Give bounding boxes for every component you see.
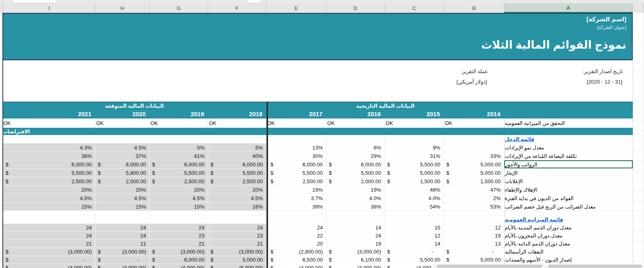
column-header-D[interactable]: D <box>326 3 385 13</box>
data-cell[interactable]: 54% <box>385 203 444 211</box>
data-cell[interactable]: $5,800.00 <box>95 169 150 177</box>
row-label[interactable]: معدل دوران الذمم الدائنة بالأيام <box>504 240 633 248</box>
data-cell[interactable]: 21 <box>3 240 95 248</box>
data-cell[interactable]: 4.0% <box>385 194 444 202</box>
column-header-A[interactable]: A <box>504 3 633 13</box>
data-cell[interactable]: $- <box>95 256 150 264</box>
balance-check-cell[interactable]: OK <box>266 119 326 128</box>
data-cell[interactable]: 24 <box>268 224 326 231</box>
section-link-text[interactable]: قائمة الميزانية العمومية <box>505 217 563 223</box>
row-label[interactable]: معدل الضرائب من الربح قبل خصم الضرائب <box>504 203 633 211</box>
data-cell[interactable]: $- <box>3 256 95 264</box>
data-cell[interactable]: $6,000.00 <box>95 160 150 168</box>
data-cell[interactable] <box>326 211 385 215</box>
data-cell[interactable]: 21 <box>208 240 266 248</box>
year-header-2021[interactable]: 2021 <box>2 109 95 119</box>
data-cell[interactable] <box>150 216 208 223</box>
row-label[interactable]: الفوائد من الديون في بداية الفترة <box>504 194 633 202</box>
data-cell[interactable]: 5% <box>208 143 266 151</box>
column-header-C[interactable]: C <box>385 3 444 13</box>
data-cell[interactable]: $6,000.00 <box>326 160 385 168</box>
data-cell[interactable] <box>444 143 504 151</box>
data-cell[interactable]: $(3,000.00) <box>326 248 385 256</box>
data-cell[interactable]: 38% <box>326 203 385 211</box>
year-header-2020[interactable]: 2020 <box>95 109 150 119</box>
data-cell[interactable]: 20% <box>3 186 95 194</box>
data-cell[interactable]: 36% <box>3 152 95 160</box>
data-cell[interactable] <box>326 216 385 223</box>
data-cell[interactable] <box>3 135 95 143</box>
data-cell[interactable] <box>385 135 444 143</box>
data-cell[interactable] <box>95 135 150 143</box>
data-cell[interactable]: 4.0% <box>326 194 385 202</box>
balance-check-cell[interactable]: OK <box>95 119 150 128</box>
year-header-2017[interactable]: 2017 <box>266 109 326 119</box>
data-cell[interactable]: 23 <box>208 232 266 239</box>
balance-check-cell[interactable]: OK <box>2 119 95 128</box>
data-cell[interactable] <box>268 135 326 143</box>
report-date-value[interactable]: [31 - 12 - 2020] <box>587 79 622 85</box>
data-cell[interactable]: $6,000.00 <box>150 160 208 168</box>
data-cell[interactable]: 40% <box>208 152 266 160</box>
year-header-2014[interactable]: 2014 <box>444 109 504 119</box>
balance-check-label[interactable]: التحقق من الميزانية العمومية <box>504 119 633 128</box>
data-cell[interactable]: $(3,000.00) <box>95 248 150 256</box>
data-cell[interactable]: 24 <box>95 232 150 239</box>
data-cell[interactable] <box>444 216 504 223</box>
data-cell[interactable]: 20% <box>208 186 266 194</box>
data-cell[interactable]: 53% <box>444 203 504 211</box>
year-header-2018[interactable]: 2018 <box>208 109 266 119</box>
data-cell[interactable]: 15% <box>95 203 150 211</box>
data-cell[interactable]: 24 <box>326 232 385 239</box>
data-cell[interactable]: $(2,800.00) <box>268 248 326 256</box>
data-cell[interactable] <box>150 211 208 215</box>
balance-check-cell[interactable]: OK <box>208 119 266 128</box>
data-cell[interactable]: 4.5% <box>150 194 208 202</box>
data-cell[interactable] <box>208 135 266 143</box>
data-cell[interactable]: $1,500.00 <box>385 177 444 185</box>
data-cell[interactable]: 6% <box>326 143 385 151</box>
data-cell[interactable]: 31% <box>385 152 444 160</box>
data-cell[interactable]: $5,500.00 <box>208 169 266 177</box>
row-label[interactable]: معدل دوران المخزون بالأيام <box>504 232 633 239</box>
data-cell[interactable]: 12 <box>444 224 504 231</box>
data-cell[interactable] <box>95 211 150 215</box>
row-label[interactable]: الإهلاك والإطفاء <box>504 186 633 194</box>
column-header-F[interactable]: F <box>208 3 266 13</box>
data-cell[interactable] <box>3 216 95 223</box>
data-cell[interactable]: 12 <box>385 232 444 239</box>
data-cell[interactable]: $6,500.00 <box>268 256 326 264</box>
data-cell[interactable]: $5,000.00 <box>444 169 504 177</box>
row-label[interactable]: الإعلانات <box>504 177 633 185</box>
data-cell[interactable]: 4.5% <box>208 194 266 202</box>
data-cell[interactable] <box>385 216 444 223</box>
row-label[interactable]: معدل نمو الإيرادات <box>504 143 633 151</box>
data-cell[interactable]: 20% <box>95 186 150 194</box>
column-header-E[interactable]: E <box>266 3 326 13</box>
data-cell[interactable]: 4.5% <box>95 143 150 151</box>
data-cell[interactable]: $- <box>444 248 504 256</box>
row-label[interactable]: معدل دوران الذمم المدينة بالأيام <box>504 224 633 231</box>
selected-cell[interactable]: الرواتب والأجور <box>504 160 633 168</box>
data-cell[interactable]: $5,000.00 <box>444 160 504 168</box>
data-cell[interactable]: 15% <box>3 203 95 211</box>
column-header-I[interactable]: I <box>3 3 95 13</box>
data-cell[interactable]: 39% <box>268 203 326 211</box>
data-cell[interactable]: 47% <box>444 186 504 194</box>
data-cell[interactable]: 24 <box>3 224 95 231</box>
row-label[interactable]: الإيجار <box>504 169 633 177</box>
balance-check-cell[interactable]: OK <box>150 119 208 128</box>
data-cell[interactable]: $6,000.00 <box>3 160 95 168</box>
data-cell[interactable]: $5,500.00 <box>385 160 444 168</box>
data-cell[interactable]: $(3,000.00) <box>3 264 95 268</box>
data-cell[interactable]: 20% <box>150 186 208 194</box>
projected-section-header[interactable]: البيانات المالية المتوقعة <box>2 102 266 110</box>
data-cell[interactable]: $5,500.00 <box>326 169 385 177</box>
data-cell[interactable] <box>444 211 504 215</box>
year-header-2016[interactable]: 2016 <box>326 109 385 119</box>
data-cell[interactable]: 29% <box>326 152 385 160</box>
data-cell[interactable]: 24 <box>150 224 208 231</box>
data-cell[interactable]: $2,500.00 <box>3 177 95 185</box>
data-cell[interactable]: 13 <box>444 240 504 248</box>
data-cell[interactable]: 13% <box>268 143 326 151</box>
